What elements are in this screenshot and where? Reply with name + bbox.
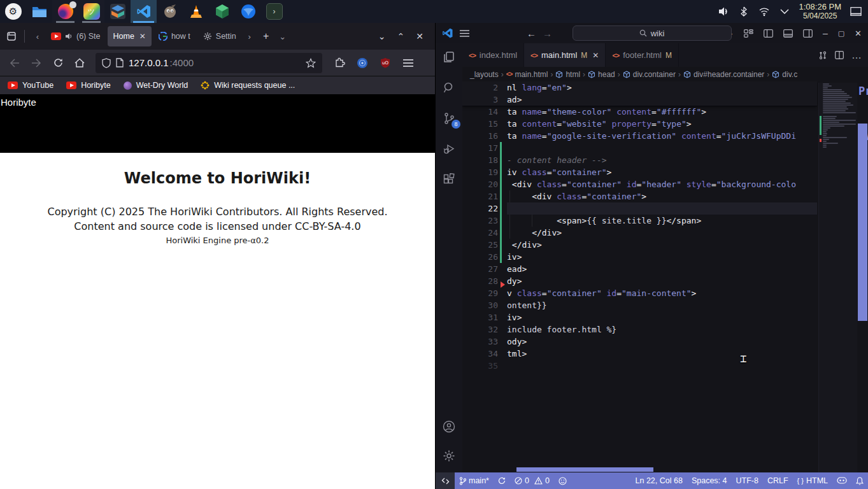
copilot-status-icon[interactable] bbox=[832, 477, 851, 485]
code-line-35[interactable]: 35 bbox=[462, 360, 817, 372]
ublock-origin-icon[interactable]: uO bbox=[376, 53, 395, 73]
code-line-27[interactable]: 27ead> bbox=[462, 263, 817, 275]
encoding-status[interactable]: UTF-8 bbox=[731, 476, 762, 485]
code-line-30[interactable]: 30ontent}} bbox=[462, 299, 817, 311]
nav-back-icon[interactable]: ← bbox=[527, 28, 536, 39]
breadcrumb-item-head[interactable]: head bbox=[588, 70, 615, 79]
code-editor[interactable]: 2nl lang="en">3ad> 14ta name="theme-colo… bbox=[462, 82, 868, 472]
volume-icon[interactable] bbox=[718, 6, 729, 17]
code-line-23[interactable]: 23 <span>{{ site.title }}</span> bbox=[462, 215, 817, 227]
code-line-14[interactable]: 14ta name="theme-color" content="#ffffff… bbox=[462, 106, 817, 118]
taskbar-app-terminal[interactable]: › bbox=[261, 0, 287, 23]
code-line-33[interactable]: 33ody> bbox=[462, 336, 817, 348]
back-button[interactable] bbox=[5, 53, 24, 73]
editor-tab-index-html[interactable]: <>index.html bbox=[462, 43, 524, 67]
code-line-32[interactable]: 32include footer.html %} bbox=[462, 323, 817, 336]
browser-tab-home[interactable]: Home✕ bbox=[108, 26, 152, 46]
vscode-minimize-button[interactable]: – bbox=[823, 28, 828, 38]
customize-layout-icon[interactable] bbox=[744, 29, 753, 38]
scroll-tabs-right-icon[interactable]: › bbox=[242, 32, 257, 41]
code-line-19[interactable]: 19iv class="container"> bbox=[462, 166, 817, 178]
editor-tab-footer-html[interactable]: <>footer.htmlM bbox=[606, 43, 679, 67]
sync-button[interactable] bbox=[494, 472, 510, 489]
run-debug-icon[interactable] bbox=[441, 141, 457, 157]
site-name[interactable]: Horibyte bbox=[1, 97, 36, 108]
indentation-status[interactable]: Spaces: 4 bbox=[687, 476, 732, 485]
taskbar-app-vscode[interactable] bbox=[131, 0, 157, 23]
tracking-shield-icon[interactable] bbox=[102, 58, 111, 68]
browser-tab-how-t[interactable]: how t bbox=[153, 26, 196, 46]
toggle-panel-icon[interactable] bbox=[783, 29, 793, 38]
tab-close-icon[interactable]: ✕ bbox=[139, 32, 146, 41]
taskbar-app-thunderbird[interactable] bbox=[235, 0, 261, 23]
breadcrumb-item-div-c[interactable]: div.c bbox=[772, 70, 797, 79]
eol-status[interactable]: CRLF bbox=[763, 476, 793, 485]
accounts-icon[interactable] bbox=[441, 419, 457, 434]
breadcrumb-item-main-html[interactable]: <>main.html bbox=[506, 70, 548, 79]
taskbar-app-vlc[interactable] bbox=[183, 0, 209, 23]
code-line-29[interactable]: 29v class="container" id="main-content"> bbox=[462, 287, 817, 299]
language-mode-status[interactable]: { }HTML bbox=[793, 476, 832, 485]
minimap[interactable] bbox=[818, 83, 857, 472]
taskbar-app-app-launcher[interactable]: ⚙ bbox=[0, 0, 26, 23]
browser-minimize-button[interactable]: ⌄ bbox=[378, 31, 386, 41]
code-line-26[interactable]: 26iv> bbox=[462, 251, 817, 263]
taskbar-app-vmware[interactable] bbox=[104, 0, 131, 23]
code-line-15[interactable]: 15ta content="website" property="type"> bbox=[462, 118, 817, 130]
bluetooth-icon[interactable] bbox=[738, 6, 750, 17]
cursor-position-status[interactable]: Ln 22, Col 68 bbox=[631, 476, 687, 485]
home-button[interactable] bbox=[70, 53, 89, 73]
notifications-bell-icon[interactable] bbox=[851, 477, 868, 485]
code-line-24[interactable]: 24 </div> bbox=[462, 227, 817, 239]
toggle-secondary-sidebar-icon[interactable] bbox=[803, 29, 813, 38]
code-line-16[interactable]: 16ta name="google-site-verification" con… bbox=[462, 130, 817, 142]
nav-forward-icon[interactable]: → bbox=[543, 28, 552, 39]
taskbar-app-media-app[interactable]: ツ bbox=[78, 0, 104, 23]
list-all-tabs-icon[interactable]: ⌄ bbox=[275, 32, 290, 41]
browser-close-button[interactable]: ✕ bbox=[416, 31, 423, 41]
code-line-2[interactable]: 2nl lang="en"> bbox=[462, 82, 817, 94]
git-branch-status[interactable]: main* bbox=[455, 472, 494, 489]
taskbar-app-cube-app[interactable] bbox=[209, 0, 235, 23]
breadcrumb-item-div-header-container[interactable]: div#header.container bbox=[683, 70, 764, 79]
search-icon[interactable] bbox=[441, 80, 457, 96]
breadcrumb-item-html[interactable]: html bbox=[555, 70, 580, 79]
code-line-21[interactable]: 21 <div class="container"> bbox=[462, 190, 817, 202]
editor-tab-main-html[interactable]: <>main.htmlM✕ bbox=[524, 43, 606, 67]
browser-tab-settin[interactable]: Settin bbox=[197, 26, 242, 46]
menu-hamburger-icon[interactable] bbox=[399, 53, 418, 73]
taskbar-app-gimp[interactable] bbox=[157, 0, 183, 23]
open-changes-icon[interactable] bbox=[818, 51, 827, 60]
firefox-view-icon[interactable] bbox=[3, 27, 20, 45]
taskbar-app-file-manager[interactable] bbox=[26, 0, 52, 23]
vertical-scrollbar[interactable] bbox=[858, 124, 867, 321]
browser-tab--6-ste[interactable]: (6) Ste bbox=[45, 26, 106, 46]
extensions-icon[interactable] bbox=[441, 172, 457, 187]
horizontal-scrollbar[interactable] bbox=[516, 467, 653, 472]
toggle-sidebar-icon[interactable] bbox=[764, 29, 773, 38]
code-line-31[interactable]: 31iv> bbox=[462, 311, 817, 323]
code-line-18[interactable]: 18- content header --> bbox=[462, 154, 817, 166]
remote-indicator[interactable] bbox=[436, 472, 455, 489]
extension-blue-icon[interactable] bbox=[353, 53, 372, 73]
extensions-puzzle-icon[interactable] bbox=[330, 53, 349, 73]
bookmark-youtube[interactable]: YouTube bbox=[8, 81, 53, 90]
tab-close-icon[interactable]: ✕ bbox=[592, 51, 599, 60]
browser-maximize-button[interactable]: ⌃ bbox=[397, 31, 405, 41]
reload-button[interactable] bbox=[48, 53, 68, 73]
code-line-28[interactable]: 28dy> bbox=[462, 275, 817, 287]
code-line-17[interactable]: 17 bbox=[462, 142, 817, 154]
forward-button[interactable] bbox=[27, 53, 46, 73]
breadcrumb-item--layouts[interactable]: _layouts bbox=[470, 70, 499, 79]
settings-gear-icon[interactable] bbox=[441, 448, 457, 464]
code-line-25[interactable]: 25 </div> bbox=[462, 239, 817, 251]
wifi-icon[interactable] bbox=[758, 6, 770, 17]
code-line-20[interactable]: 20 <div class="container" id="header" st… bbox=[462, 178, 817, 190]
bookmark-wiki-requests-queue-[interactable]: Wiki requests queue ... bbox=[201, 81, 295, 90]
code-line-3[interactable]: 3ad> bbox=[462, 94, 817, 106]
code-line-34[interactable]: 34tml> bbox=[462, 348, 817, 360]
vscode-close-button[interactable]: ✕ bbox=[855, 29, 862, 38]
split-editor-icon[interactable] bbox=[835, 51, 844, 59]
clock[interactable]: 1:08:26 PM 5/04/2025 bbox=[799, 3, 842, 21]
bookmark-wet-dry-world[interactable]: Wet-Dry World bbox=[124, 81, 189, 90]
